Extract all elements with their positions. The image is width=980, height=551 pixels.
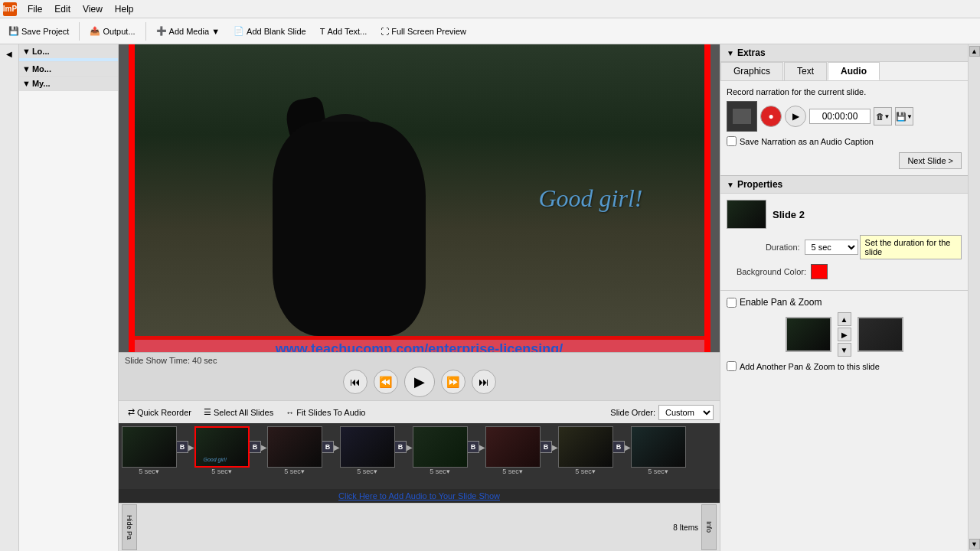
hide-panel-left-button[interactable]: Hide Pa: [122, 504, 137, 550]
menu-help[interactable]: Help: [109, 2, 140, 16]
playback-bar: Slide Show Time: 40 sec ⏮ ⏪ ▶ ⏩ ⏭: [119, 352, 720, 400]
right-panel: ▼ Extras Graphics Text Audio Record narr…: [720, 44, 980, 551]
toolbar-separator-2: [145, 22, 146, 41]
pan-zoom-down-arrow[interactable]: ▼: [838, 343, 851, 357]
pan-zoom-up-arrow[interactable]: ▲: [838, 312, 851, 326]
step-back-button[interactable]: ⏪: [374, 370, 398, 394]
add-blank-slide-button[interactable]: 📄 Add Blank Slide: [228, 23, 312, 39]
extras-title: Extras: [737, 47, 766, 58]
pan-zoom-end-thumb[interactable]: [858, 317, 903, 352]
tab-text[interactable]: Text: [784, 62, 827, 80]
panel-section-lo: ▼ Lo...: [19, 44, 118, 62]
fit-icon: ↔: [286, 408, 294, 417]
left-panel: ▼ Lo... ▼ Mo... ▼ My...: [19, 44, 119, 551]
duration-row: Duration: 5 sec 3 sec 7 sec 10 sec Set t…: [727, 235, 962, 259]
pan-zoom-arrows: ▲ ▶ ▼: [838, 312, 851, 357]
pan-zoom-start-thumb[interactable]: [786, 317, 831, 352]
slide-preview: Good girl! www.teachucomp.com/enterprise…: [129, 44, 710, 352]
scroll-up-button[interactable]: ▲: [969, 46, 980, 57]
film-slide-2[interactable]: Good girl! 5 sec▾: [193, 426, 250, 475]
film-thumb-6[interactable]: [485, 426, 541, 468]
quick-reorder-label: Quick Reorder: [137, 408, 191, 417]
pan-zoom-right-arrow[interactable]: ▶: [838, 328, 851, 341]
add-text-button[interactable]: T Add Text...: [315, 24, 373, 39]
click-audio-link[interactable]: Click Here to Add Audio to Your Slide Sh…: [338, 491, 500, 500]
scroll-down-button[interactable]: ▼: [969, 539, 980, 549]
save-project-button[interactable]: 💾 Save Project: [3, 23, 74, 39]
properties-collapse-icon[interactable]: ▼: [727, 181, 734, 189]
background-color-swatch[interactable]: [811, 264, 828, 279]
tab-graphics[interactable]: Graphics: [720, 62, 783, 80]
panel-item-lo-selected[interactable]: [19, 58, 118, 61]
save-narration-button[interactable]: 💾▼: [895, 107, 913, 126]
film-thumb-1[interactable]: [122, 426, 177, 468]
text-icon: T: [320, 27, 325, 36]
film-thumb-3[interactable]: [267, 426, 322, 468]
hide-panel-right-label: Info: [705, 521, 713, 533]
slide-order-select[interactable]: Custom Random: [658, 405, 714, 420]
panel-section-lo-header[interactable]: ▼ Lo...: [19, 44, 118, 58]
record-button[interactable]: ●: [760, 106, 782, 127]
dog-body: [273, 122, 426, 336]
menu-view[interactable]: View: [77, 2, 109, 16]
film-transition-1: B ▶: [178, 426, 193, 468]
full-screen-preview-button[interactable]: ⛶ Full Screen Preview: [375, 24, 472, 39]
fit-slides-button[interactable]: ↔ Fit Slides To Audio: [283, 406, 368, 419]
add-media-label: Add Media: [169, 27, 210, 36]
dropdown-arrow-icon: ▼: [211, 27, 220, 36]
film-thumb-7[interactable]: [558, 426, 613, 468]
add-text-label: Add Text...: [327, 27, 367, 36]
narration-time: 00:00:00: [809, 109, 871, 124]
film-thumb-4[interactable]: [340, 426, 395, 468]
save-project-label: Save Project: [21, 27, 69, 36]
play-narration-button[interactable]: ▶: [785, 106, 806, 127]
tab-audio[interactable]: Audio: [828, 62, 880, 80]
menu-file[interactable]: File: [21, 2, 48, 16]
film-thumb-5[interactable]: [413, 426, 468, 468]
film-slide-7[interactable]: 5 sec▾: [557, 426, 614, 475]
add-pan-zoom-label: Add Another Pan & Zoom to this slide: [740, 362, 880, 371]
duration-select[interactable]: 5 sec 3 sec 7 sec 10 sec: [805, 240, 858, 255]
skip-to-start-button[interactable]: ⏮: [343, 370, 368, 394]
film-duration-2: 5 sec▾: [211, 468, 232, 475]
bg-color-label: Background Color:: [727, 267, 811, 276]
fit-slides-label: Fit Slides To Audio: [296, 408, 365, 417]
panel-section-my-header[interactable]: ▼ My...: [19, 77, 118, 90]
menu-edit[interactable]: Edit: [48, 2, 77, 16]
skip-to-end-button[interactable]: ⏭: [472, 370, 496, 394]
save-caption-checkbox[interactable]: [727, 136, 737, 146]
enable-pan-zoom-checkbox[interactable]: [727, 298, 737, 308]
properties-header: ▼ Properties: [720, 175, 968, 194]
app-icon: ImP: [3, 2, 17, 16]
hide-panel-right-button[interactable]: Info: [701, 504, 717, 550]
delete-narration-button[interactable]: 🗑▼: [874, 107, 892, 126]
film-transition-6: B ▶: [541, 426, 557, 468]
select-all-icon: ☰: [204, 407, 211, 417]
film-slide-6[interactable]: 5 sec▾: [484, 426, 541, 475]
film-thumb-2[interactable]: Good girl!: [194, 426, 250, 468]
quick-reorder-button[interactable]: ⇄ Quick Reorder: [125, 406, 194, 419]
step-forward-button[interactable]: ⏩: [441, 370, 466, 394]
play-button[interactable]: ▶: [404, 367, 435, 397]
collapse-icon-mo: ▼: [22, 64, 31, 73]
film-thumb-8[interactable]: [631, 426, 686, 468]
add-media-button[interactable]: ➕ Add Media ▼: [151, 23, 225, 39]
add-pan-zoom-row: Add Another Pan & Zoom to this slide: [727, 361, 962, 371]
sidebar-collapse-arrow[interactable]: ◀: [3, 47, 15, 60]
extras-collapse-icon[interactable]: ▼: [727, 49, 734, 57]
film-slide-3[interactable]: 5 sec▾: [266, 426, 323, 475]
film-slide-4[interactable]: 5 sec▾: [338, 426, 396, 475]
app-icon-label: ImP: [3, 5, 17, 13]
film-duration-5: 5 sec▾: [430, 468, 450, 475]
next-slide-button[interactable]: Next Slide >: [899, 152, 962, 169]
bottom-toolbar: ⇄ Quick Reorder ☰ Select All Slides ↔ Fi…: [119, 400, 720, 423]
select-all-slides-button[interactable]: ☰ Select All Slides: [201, 406, 276, 419]
film-slide-5[interactable]: 5 sec▾: [411, 426, 469, 475]
film-slide-1[interactable]: 5 sec▾: [120, 426, 178, 475]
add-pan-zoom-checkbox[interactable]: [727, 361, 737, 371]
output-button[interactable]: 📤 Output...: [84, 23, 140, 39]
panel-section-mo-header[interactable]: ▼ Mo...: [19, 62, 118, 76]
pan-zoom-header: Enable Pan & Zoom: [727, 297, 962, 308]
toolbar-separator: [79, 22, 80, 41]
film-slide-8[interactable]: 5 sec▾: [629, 426, 687, 475]
